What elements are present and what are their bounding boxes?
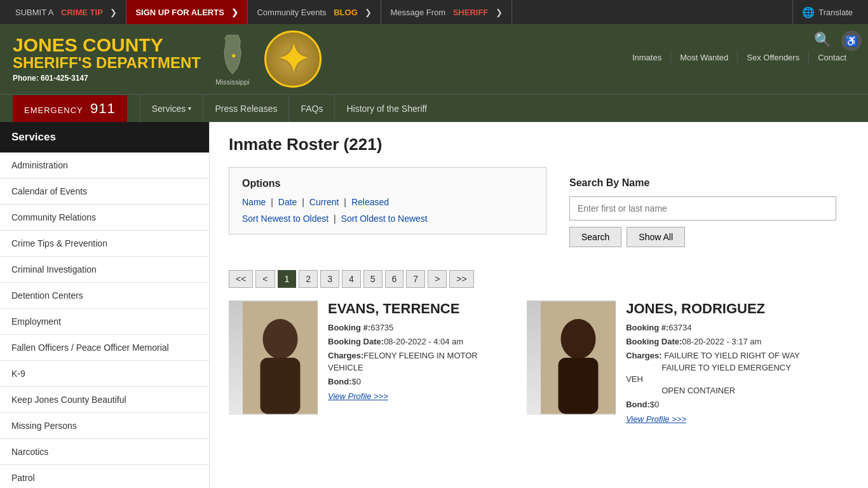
filter-date-link[interactable]: Date bbox=[278, 197, 297, 207]
search-button[interactable]: Search bbox=[569, 227, 621, 247]
sidebar-item-patrol[interactable]: Patrol bbox=[0, 465, 209, 488]
top-bar: SUBMIT A CRIME TIP ❯ SIGN UP FOR ALERTS … bbox=[0, 0, 868, 24]
sidebar-item-detention[interactable]: Detention Centers bbox=[0, 283, 209, 309]
community-arrow: ❯ bbox=[365, 8, 372, 17]
mugshot-bg-0 bbox=[229, 301, 318, 415]
alerts-link[interactable]: SIGN UP FOR ALERTS ❯ bbox=[126, 0, 248, 24]
message-prefix: Message From bbox=[390, 8, 445, 17]
filter-current-link[interactable]: Current bbox=[309, 197, 339, 207]
nav-services[interactable]: Services ▾ bbox=[140, 95, 203, 123]
sidebar-item-criminal-investigation[interactable]: Criminal Investigation bbox=[0, 257, 209, 283]
site-title: JONES COUNTY SHERIFF'S DEPARTMENT Phone:… bbox=[13, 36, 201, 83]
inmate-photo-1: 6'0" 5'9" 5'6" 5'3" 5'0" bbox=[527, 301, 616, 415]
most-wanted-link[interactable]: Most Wanted bbox=[671, 50, 738, 65]
inmate-photo-0: 6'0" 5'9" 5'6" 5'3" 5'0" bbox=[229, 301, 318, 415]
filter-name-link[interactable]: Name bbox=[242, 197, 266, 207]
view-profile-link-0[interactable]: View Profile >>> bbox=[328, 391, 508, 401]
options-search-row: Options Name | Date | Current | Released… bbox=[229, 167, 849, 257]
search-box: Search By Name Search Show All bbox=[557, 167, 849, 257]
sidebar: Services Administration Calendar of Even… bbox=[0, 122, 210, 488]
sort-links: Sort Newest to Oldest | Sort Oldest to N… bbox=[242, 214, 533, 224]
mugshot-silhouette-1 bbox=[541, 301, 616, 415]
nav-faqs[interactable]: FAQs bbox=[288, 95, 334, 123]
main-wrapper: Services Administration Calendar of Even… bbox=[0, 122, 868, 488]
phone-info: Phone: 601-425-3147 bbox=[13, 74, 201, 83]
crime-tip-link[interactable]: SUBMIT A CRIME TIP ❯ bbox=[6, 0, 126, 24]
phone-number: 601-425-3147 bbox=[41, 74, 88, 83]
inmate-booking-date-0: Booking Date:08-20-2022 - 4:04 am bbox=[328, 336, 508, 348]
page-7[interactable]: 7 bbox=[406, 270, 425, 288]
page-prev[interactable]: < bbox=[255, 270, 275, 288]
page-5[interactable]: 5 bbox=[363, 270, 383, 288]
sidebar-item-missing-persons[interactable]: Missing Persons bbox=[0, 413, 209, 439]
view-profile-link-1[interactable]: View Profile >>> bbox=[626, 414, 806, 424]
search-name-input[interactable] bbox=[569, 196, 836, 220]
header-title-block: JONES COUNTY SHERIFF'S DEPARTMENT Phone:… bbox=[13, 36, 201, 83]
search-buttons: Search Show All bbox=[569, 227, 836, 247]
inmate-card-0: 6'0" 5'9" 5'6" 5'3" 5'0" bbox=[229, 301, 508, 424]
sidebar-item-calendar[interactable]: Calendar of Events bbox=[0, 179, 209, 205]
globe-icon: 🌐 bbox=[802, 6, 815, 18]
inmate-booking-num-1: Booking #:63734 bbox=[626, 322, 806, 334]
inmates-grid: 6'0" 5'9" 5'6" 5'3" 5'0" bbox=[229, 301, 849, 430]
alerts-label: SIGN UP FOR ALERTS bbox=[135, 8, 224, 17]
inmate-info-0: EVANS, TERRENCE Booking #:63735 Booking … bbox=[328, 301, 508, 424]
sidebar-item-fallen-officers[interactable]: Fallen Officers / Peace Officer Memorial bbox=[0, 335, 209, 361]
inmate-name-0: EVANS, TERRENCE bbox=[328, 301, 508, 317]
sheriff-message-link[interactable]: Message From SHERIFF ❯ bbox=[381, 0, 512, 24]
page-first[interactable]: << bbox=[229, 270, 253, 288]
translate-label: Translate bbox=[818, 8, 853, 17]
crime-tip-prefix: SUBMIT A bbox=[15, 8, 53, 17]
community-highlight: BLOG bbox=[334, 8, 358, 17]
sidebar-item-employment[interactable]: Employment bbox=[0, 309, 209, 335]
page-3[interactable]: 3 bbox=[320, 270, 339, 288]
accessibility-icon: ♿ bbox=[845, 35, 858, 47]
translate-button[interactable]: 🌐 Translate bbox=[792, 0, 862, 24]
contact-link[interactable]: Contact bbox=[809, 50, 855, 65]
filter-released-link[interactable]: Released bbox=[351, 197, 389, 207]
page-2[interactable]: 2 bbox=[299, 270, 318, 288]
sidebar-item-administration[interactable]: Administration bbox=[0, 152, 209, 179]
community-prefix: Community Events bbox=[257, 8, 326, 17]
services-dropdown-icon: ▾ bbox=[188, 105, 191, 112]
sort-oldest-link[interactable]: Sort Oldest to Newest bbox=[341, 214, 428, 224]
page-1[interactable]: 1 bbox=[278, 270, 297, 288]
inmate-charges-1: Charges: FAILURE TO YIELD RIGHT OF WAY F… bbox=[626, 350, 806, 396]
crime-tip-highlight: CRIME TIP bbox=[61, 8, 103, 17]
sidebar-item-keep-jones[interactable]: Keep Jones County Beautiful bbox=[0, 387, 209, 413]
inmate-card-1: 6'0" 5'9" 5'6" 5'3" 5'0" bbox=[527, 301, 806, 424]
sheriff-badge: ✦ bbox=[264, 30, 322, 88]
show-all-button[interactable]: Show All bbox=[627, 227, 685, 247]
sex-offenders-link[interactable]: Sex Offenders bbox=[738, 50, 809, 65]
star-icon: ✦ bbox=[277, 37, 309, 81]
main-content: Inmate Roster (221) Options Name | Date … bbox=[210, 122, 868, 488]
sidebar-item-crime-tips[interactable]: Crime Tips & Prevention bbox=[0, 231, 209, 257]
mugshot-silhouette-0 bbox=[243, 301, 318, 415]
header-branding: JONES COUNTY SHERIFF'S DEPARTMENT Phone:… bbox=[13, 30, 322, 88]
svg-point-0 bbox=[232, 54, 235, 57]
translate-section: 🌐 Translate bbox=[792, 0, 862, 24]
page-last[interactable]: >> bbox=[449, 270, 473, 288]
svg-rect-3 bbox=[261, 358, 301, 414]
page-6[interactable]: 6 bbox=[385, 270, 404, 288]
sidebar-item-community[interactable]: Community Relations bbox=[0, 205, 209, 231]
page-4[interactable]: 4 bbox=[342, 270, 361, 288]
mugshot-bg-1 bbox=[527, 301, 616, 415]
county-name: JONES COUNTY bbox=[13, 36, 201, 55]
inmates-link[interactable]: Inmates bbox=[623, 50, 671, 65]
community-blog-link[interactable]: Community Events BLOG ❯ bbox=[248, 0, 381, 24]
inmate-bond-1: Bond:$0 bbox=[626, 399, 806, 410]
emergency-box: EMERGENCY 911 bbox=[13, 95, 127, 122]
page-next[interactable]: > bbox=[428, 270, 447, 288]
sidebar-item-k9[interactable]: K-9 bbox=[0, 361, 209, 387]
options-title: Options bbox=[242, 178, 533, 189]
header-search-button[interactable]: 🔍 bbox=[809, 32, 836, 48]
emergency-label: EMERGENCY bbox=[24, 105, 83, 115]
nav-history[interactable]: History of the Sheriff bbox=[334, 95, 438, 123]
sort-newest-link[interactable]: Sort Newest to Oldest bbox=[242, 214, 329, 224]
nav-press-releases[interactable]: Press Releases bbox=[203, 95, 288, 123]
sidebar-item-narcotics[interactable]: Narcotics bbox=[0, 439, 209, 465]
nav-links: Services ▾ Press Releases FAQs History o… bbox=[140, 95, 438, 123]
inmate-name-1: JONES, RODRIGUEZ bbox=[626, 301, 806, 317]
accessibility-button[interactable]: ♿ bbox=[841, 30, 862, 51]
